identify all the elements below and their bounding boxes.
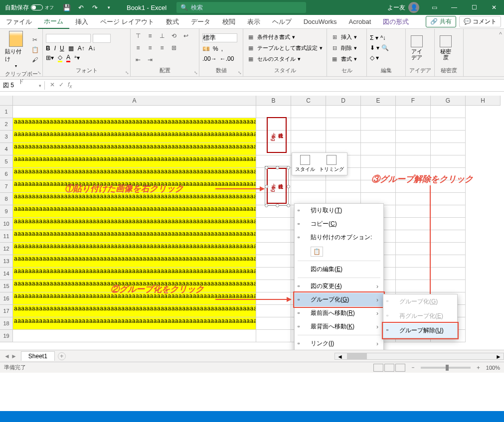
- row-header[interactable]: 7: [0, 180, 13, 193]
- tab-ヘルプ[interactable]: ヘルプ: [266, 15, 298, 29]
- tab-ファイル[interactable]: ファイル: [0, 15, 38, 29]
- cell[interactable]: [361, 131, 396, 143]
- align-top-icon[interactable]: ⊤: [134, 31, 143, 40]
- zoom-out-icon[interactable]: －: [410, 364, 416, 371]
- cell[interactable]: [396, 131, 431, 143]
- wrap-text-icon[interactable]: ↩: [181, 31, 190, 40]
- cell[interactable]: [256, 305, 291, 317]
- selected-image[interactable]: 株式会社よーlog: [267, 168, 287, 204]
- tab-Acrobat[interactable]: Acrobat: [343, 15, 377, 29]
- cell[interactable]: aaaaaaaaaaaaaaaaaaaaaaaaaaaaaaaaaaaaaaaa…: [13, 305, 256, 317]
- col-header-G[interactable]: G: [431, 96, 466, 106]
- col-header-C[interactable]: C: [291, 96, 326, 106]
- align-middle-icon[interactable]: ≡: [146, 31, 155, 40]
- merge-icon[interactable]: ⊞: [169, 43, 178, 52]
- tab-表示[interactable]: 表示: [241, 15, 266, 29]
- cell[interactable]: [291, 131, 326, 143]
- zoom-in-icon[interactable]: ＋: [476, 364, 481, 371]
- normal-view-icon[interactable]: [373, 364, 383, 372]
- cell[interactable]: [396, 230, 431, 243]
- font-name[interactable]: [46, 34, 91, 43]
- insert-cells-button[interactable]: ⊞挿入 ▾: [330, 32, 357, 41]
- font-decrease-icon[interactable]: A↓: [89, 45, 96, 52]
- delete-cells-button[interactable]: ⊟削除 ▾: [330, 43, 357, 52]
- menu-item[interactable]: ▫図の変更(4)›: [295, 280, 383, 293]
- cell[interactable]: [256, 155, 291, 168]
- tab-数式[interactable]: 数式: [160, 15, 185, 29]
- row-header[interactable]: 2: [0, 118, 13, 131]
- indent-dec-icon[interactable]: ⇤: [134, 55, 143, 64]
- col-header-H[interactable]: H: [466, 96, 501, 106]
- cell[interactable]: [396, 106, 431, 118]
- cell[interactable]: [431, 155, 466, 168]
- cell[interactable]: aaaaaaaaaaaaaaaaaaaaaaaaaaaaaaaaaaaaaaaa…: [13, 218, 256, 230]
- cell[interactable]: [431, 218, 466, 230]
- search-box[interactable]: 🔍 検索: [176, 2, 306, 13]
- tab-ホーム[interactable]: ホーム: [38, 15, 69, 29]
- conditional-format-button[interactable]: ▦条件付き書式 ▾: [246, 32, 323, 41]
- font-increase-icon[interactable]: A↑: [78, 45, 85, 52]
- row-header[interactable]: 19: [0, 330, 13, 342]
- cell[interactable]: [431, 280, 466, 292]
- autosave-toggle[interactable]: 自動保存 オフ: [0, 3, 59, 12]
- menu-item[interactable]: ▫最前面へ移動(R)›: [295, 306, 383, 320]
- cell[interactable]: aaaaaaaaaaaaaaaaaaaaaaaaaaaaaaaaaaaaaaaa…: [13, 243, 256, 255]
- crop-button[interactable]: トリミング: [319, 155, 344, 173]
- currency-icon[interactable]: 💴: [202, 45, 210, 52]
- fx-icon[interactable]: fx: [68, 81, 72, 89]
- cell[interactable]: [396, 243, 431, 255]
- decrease-decimal-icon[interactable]: ←.00: [220, 55, 234, 62]
- qat-customize-icon[interactable]: ▾: [105, 3, 113, 11]
- tab-ページ レイアウト[interactable]: ページ レイアウト: [94, 15, 160, 29]
- autosum-icon[interactable]: Σ ▾: [370, 34, 378, 41]
- col-header-E[interactable]: E: [361, 96, 396, 106]
- row-header[interactable]: 6: [0, 168, 13, 180]
- menu-item[interactable]: ▫グループ化(G)›: [295, 293, 383, 306]
- tab-挿入[interactable]: 挿入: [69, 15, 94, 29]
- zoom-level[interactable]: 100%: [486, 365, 500, 371]
- menu-item[interactable]: ▫貼り付けのオプション:: [295, 231, 383, 244]
- undo-icon[interactable]: ↶: [77, 3, 85, 11]
- increase-decimal-icon[interactable]: .00→: [202, 55, 217, 62]
- cell[interactable]: [396, 255, 431, 268]
- cell[interactable]: [396, 118, 431, 131]
- sheet-nav-next-icon[interactable]: ►: [11, 353, 17, 360]
- row-header[interactable]: 12: [0, 243, 13, 255]
- cut-icon[interactable]: ✂: [30, 35, 39, 44]
- cell[interactable]: [256, 230, 291, 243]
- menu-item[interactable]: 図の編集(E): [295, 263, 383, 276]
- dialog-launcher-icon[interactable]: ⤡: [238, 70, 242, 75]
- cell[interactable]: [431, 205, 466, 218]
- cell[interactable]: aaaaaaaaaaaaaaaaaaaaaaaaaaaaaaaaaaaaaaaa…: [13, 155, 256, 168]
- copy-icon[interactable]: 📋: [30, 45, 39, 54]
- col-header-F[interactable]: F: [396, 96, 431, 106]
- cell[interactable]: [361, 143, 396, 155]
- row-header[interactable]: 10: [0, 218, 13, 230]
- ideas-button[interactable]: アイ デア: [409, 34, 425, 61]
- cell[interactable]: [396, 268, 431, 280]
- cell[interactable]: [431, 268, 466, 280]
- sheet-nav-prev-icon[interactable]: ◄: [4, 353, 10, 360]
- find-icon[interactable]: 🔍: [381, 44, 389, 51]
- tab-データ[interactable]: データ: [185, 15, 216, 29]
- cancel-icon[interactable]: ✕: [50, 81, 55, 89]
- add-sheet-icon[interactable]: +: [58, 352, 66, 360]
- cell[interactable]: aaaaaaaaaaaaaaaaaaaaaaaaaaaaaaaaaaaaaaaa…: [13, 268, 256, 280]
- border-button[interactable]: ⊞▾: [46, 54, 54, 61]
- cell[interactable]: [256, 268, 291, 280]
- row-header[interactable]: 5: [0, 155, 13, 168]
- cell[interactable]: aaaaaaaaaaaaaaaaaaaaaaaaaaaaaaaaaaaaaaaa…: [13, 168, 256, 180]
- paste-button[interactable]: 貼り付け▾: [3, 30, 28, 69]
- cell[interactable]: [256, 280, 291, 292]
- sort-icon[interactable]: ᴬ↓: [380, 34, 386, 41]
- account-button[interactable]: よー友 👤: [382, 2, 424, 13]
- underline-button[interactable]: U: [60, 45, 64, 52]
- cell[interactable]: [256, 255, 291, 268]
- cell[interactable]: aaaaaaaaaaaaaaaaaaaaaaaaaaaaaaaaaaaaaaaa…: [13, 118, 256, 131]
- cell[interactable]: [291, 180, 326, 193]
- tab-校閲[interactable]: 校閲: [216, 15, 241, 29]
- cell[interactable]: [13, 106, 256, 118]
- col-header-D[interactable]: D: [326, 96, 361, 106]
- cell[interactable]: [431, 255, 466, 268]
- number-format[interactable]: [202, 33, 237, 42]
